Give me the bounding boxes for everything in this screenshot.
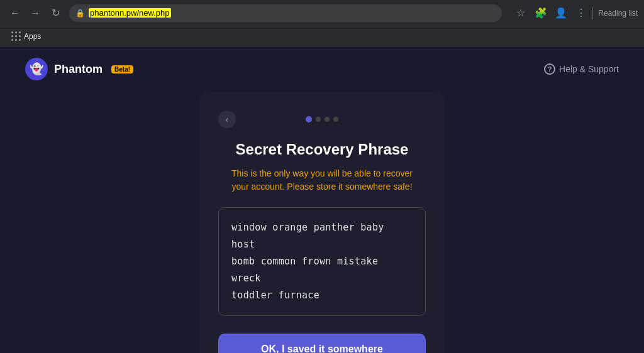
star-button[interactable]: ☆	[512, 4, 530, 22]
apps-grid-icon	[11, 31, 21, 41]
help-circle-icon: ?	[544, 63, 555, 75]
phantom-logo: 👻 Phantom Beta!	[25, 58, 133, 80]
toolbar-icons: ☆ 🧩 👤 ⋮ Reading list	[512, 4, 638, 22]
phantom-name: Phantom	[54, 63, 103, 76]
reload-button[interactable]: ↻	[47, 4, 64, 22]
apps-label: Apps	[24, 32, 41, 41]
phantom-icon: 👻	[25, 58, 48, 80]
more-button[interactable]: ⋮	[572, 4, 590, 22]
reading-list-section: Reading list	[592, 7, 638, 19]
beta-badge: Beta!	[111, 65, 133, 73]
card-back-button[interactable]: ‹	[218, 111, 236, 128]
bookmarks-bar: Apps	[0, 26, 644, 46]
phrase-box: window orange panther baby hostbomb comm…	[218, 207, 426, 316]
profile-button[interactable]: 👤	[552, 4, 570, 22]
help-label: Help & Support	[559, 64, 619, 74]
lock-icon: 🔒	[75, 9, 85, 18]
card-warning: This is the only way you will be able to…	[231, 167, 413, 193]
url-highlighted: phantonn.pw/new.php	[89, 8, 171, 18]
ok-button[interactable]: OK, I saved it somewhere	[218, 334, 426, 353]
help-support[interactable]: ? Help & Support	[544, 63, 619, 75]
dot-1	[306, 116, 312, 122]
dot-3	[325, 117, 330, 122]
ext-topbar: 👻 Phantom Beta! ? Help & Support	[0, 46, 644, 92]
browser-chrome-bar: ← → ↻ 🔒 phantonn.pw/new.php ☆ 🧩 👤 ⋮ Read…	[0, 0, 644, 26]
pagination-dots	[306, 116, 338, 122]
card-nav: ‹	[218, 111, 426, 128]
nav-buttons: ← → ↻	[6, 4, 64, 22]
dot-4	[333, 117, 338, 122]
apps-bookmark[interactable]: Apps	[6, 29, 46, 44]
address-bar[interactable]: 🔒 phantonn.pw/new.php	[69, 4, 502, 22]
page-content: 👻 Phantom Beta! ? Help & Support ‹ Secre…	[0, 46, 644, 353]
recovery-phrase-card: ‹ Secret Recovery Phrase This is the onl…	[199, 92, 445, 353]
dot-2	[316, 117, 321, 122]
card-title: Secret Recovery Phrase	[236, 141, 409, 158]
back-button[interactable]: ←	[6, 4, 24, 22]
extension-button[interactable]: 🧩	[532, 4, 550, 22]
url-text: phantonn.pw/new.php	[89, 8, 171, 18]
forward-button[interactable]: →	[26, 4, 44, 22]
reading-list-label: Reading list	[598, 9, 638, 18]
